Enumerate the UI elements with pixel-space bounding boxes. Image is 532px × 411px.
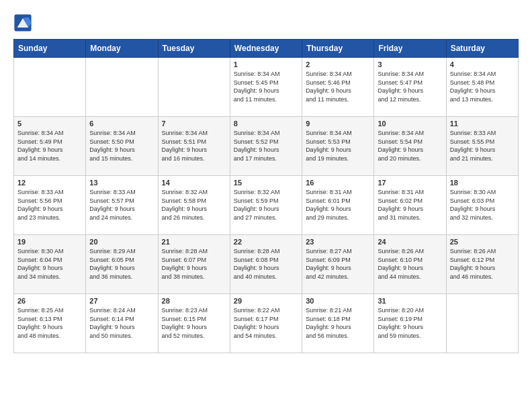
- calendar-cell: 24Sunrise: 8:26 AM Sunset: 6:10 PM Dayli…: [374, 235, 446, 294]
- calendar-cell: 5Sunrise: 8:34 AM Sunset: 5:49 PM Daylig…: [14, 117, 86, 176]
- day-info: Sunrise: 8:28 AM Sunset: 6:08 PM Dayligh…: [234, 247, 298, 281]
- day-info: Sunrise: 8:30 AM Sunset: 6:03 PM Dayligh…: [450, 188, 515, 222]
- day-info: Sunrise: 8:34 AM Sunset: 5:50 PM Dayligh…: [89, 129, 154, 163]
- weekday-header-tuesday: Tuesday: [158, 40, 230, 58]
- week-row-1: 1Sunrise: 8:34 AM Sunset: 5:45 PM Daylig…: [14, 58, 519, 117]
- day-number: 21: [162, 238, 226, 246]
- calendar-cell: 17Sunrise: 8:31 AM Sunset: 6:02 PM Dayli…: [374, 176, 446, 235]
- day-info: Sunrise: 8:34 AM Sunset: 5:46 PM Dayligh…: [306, 70, 370, 103]
- calendar-cell: [14, 58, 86, 117]
- day-number: 1: [234, 60, 298, 68]
- calendar-cell: 3Sunrise: 8:34 AM Sunset: 5:47 PM Daylig…: [374, 58, 446, 117]
- day-info: Sunrise: 8:33 AM Sunset: 5:56 PM Dayligh…: [17, 188, 82, 222]
- day-info: Sunrise: 8:21 AM Sunset: 6:18 PM Dayligh…: [306, 306, 370, 340]
- calendar-cell: [86, 58, 158, 117]
- day-number: 9: [306, 120, 370, 128]
- calendar-cell: 16Sunrise: 8:31 AM Sunset: 6:01 PM Dayli…: [302, 176, 374, 235]
- day-info: Sunrise: 8:34 AM Sunset: 5:51 PM Dayligh…: [162, 129, 226, 163]
- day-info: Sunrise: 8:26 AM Sunset: 6:12 PM Dayligh…: [450, 247, 515, 281]
- weekday-header-saturday: Saturday: [446, 40, 518, 58]
- week-row-3: 12Sunrise: 8:33 AM Sunset: 5:56 PM Dayli…: [14, 176, 519, 235]
- day-info: Sunrise: 8:34 AM Sunset: 5:52 PM Dayligh…: [234, 129, 298, 163]
- calendar-cell: 22Sunrise: 8:28 AM Sunset: 6:08 PM Dayli…: [230, 235, 302, 294]
- day-number: 7: [162, 120, 226, 128]
- weekday-header-sunday: Sunday: [14, 40, 86, 58]
- logo-icon: [13, 13, 32, 32]
- calendar-cell: 28Sunrise: 8:23 AM Sunset: 6:15 PM Dayli…: [158, 294, 230, 353]
- day-info: Sunrise: 8:24 AM Sunset: 6:14 PM Dayligh…: [89, 306, 154, 340]
- day-number: 13: [89, 179, 154, 187]
- day-info: Sunrise: 8:34 AM Sunset: 5:49 PM Dayligh…: [17, 129, 82, 163]
- calendar-cell: 11Sunrise: 8:33 AM Sunset: 5:55 PM Dayli…: [446, 117, 518, 176]
- day-number: 30: [306, 297, 370, 305]
- day-number: 22: [234, 238, 298, 246]
- day-number: 24: [378, 238, 442, 246]
- calendar-cell: 26Sunrise: 8:25 AM Sunset: 6:13 PM Dayli…: [14, 294, 86, 353]
- day-number: 3: [378, 60, 442, 68]
- calendar-cell: 4Sunrise: 8:34 AM Sunset: 5:48 PM Daylig…: [446, 58, 518, 117]
- calendar-cell: 31Sunrise: 8:20 AM Sunset: 6:19 PM Dayli…: [374, 294, 446, 353]
- calendar-cell: 13Sunrise: 8:33 AM Sunset: 5:57 PM Dayli…: [86, 176, 158, 235]
- day-number: 5: [17, 120, 82, 128]
- day-number: 28: [162, 297, 226, 305]
- week-row-5: 26Sunrise: 8:25 AM Sunset: 6:13 PM Dayli…: [14, 294, 519, 353]
- day-info: Sunrise: 8:27 AM Sunset: 6:09 PM Dayligh…: [306, 247, 370, 281]
- week-row-4: 19Sunrise: 8:30 AM Sunset: 6:04 PM Dayli…: [14, 235, 519, 294]
- day-info: Sunrise: 8:26 AM Sunset: 6:10 PM Dayligh…: [378, 247, 442, 281]
- day-number: 26: [17, 297, 82, 305]
- calendar-cell: 6Sunrise: 8:34 AM Sunset: 5:50 PM Daylig…: [86, 117, 158, 176]
- header: [13, 13, 519, 32]
- day-number: 19: [17, 238, 82, 246]
- day-number: 25: [450, 238, 515, 246]
- calendar-cell: 12Sunrise: 8:33 AM Sunset: 5:56 PM Dayli…: [14, 176, 86, 235]
- weekday-header-friday: Friday: [374, 40, 446, 58]
- day-number: 4: [450, 60, 515, 68]
- day-number: 27: [89, 297, 154, 305]
- calendar-cell: 29Sunrise: 8:22 AM Sunset: 6:17 PM Dayli…: [230, 294, 302, 353]
- day-number: 31: [378, 297, 442, 305]
- calendar-cell: 1Sunrise: 8:34 AM Sunset: 5:45 PM Daylig…: [230, 58, 302, 117]
- day-info: Sunrise: 8:33 AM Sunset: 5:57 PM Dayligh…: [89, 188, 154, 222]
- calendar-cell: 20Sunrise: 8:29 AM Sunset: 6:05 PM Dayli…: [86, 235, 158, 294]
- calendar-cell: [446, 294, 518, 353]
- day-info: Sunrise: 8:25 AM Sunset: 6:13 PM Dayligh…: [17, 306, 82, 340]
- page: SundayMondayTuesdayWednesdayThursdayFrid…: [0, 0, 532, 360]
- day-info: Sunrise: 8:22 AM Sunset: 6:17 PM Dayligh…: [234, 306, 298, 340]
- day-number: 16: [306, 179, 370, 187]
- day-info: Sunrise: 8:33 AM Sunset: 5:55 PM Dayligh…: [450, 129, 515, 163]
- day-number: 29: [234, 297, 298, 305]
- day-number: 6: [89, 120, 154, 128]
- day-number: 11: [450, 120, 515, 128]
- calendar-cell: 8Sunrise: 8:34 AM Sunset: 5:52 PM Daylig…: [230, 117, 302, 176]
- day-number: 8: [234, 120, 298, 128]
- calendar-cell: 14Sunrise: 8:32 AM Sunset: 5:58 PM Dayli…: [158, 176, 230, 235]
- calendar-cell: 7Sunrise: 8:34 AM Sunset: 5:51 PM Daylig…: [158, 117, 230, 176]
- calendar-cell: 23Sunrise: 8:27 AM Sunset: 6:09 PM Dayli…: [302, 235, 374, 294]
- day-info: Sunrise: 8:34 AM Sunset: 5:48 PM Dayligh…: [450, 70, 515, 103]
- day-info: Sunrise: 8:34 AM Sunset: 5:54 PM Dayligh…: [378, 129, 442, 163]
- day-info: Sunrise: 8:23 AM Sunset: 6:15 PM Dayligh…: [162, 306, 226, 340]
- day-number: 20: [89, 238, 154, 246]
- calendar-cell: 30Sunrise: 8:21 AM Sunset: 6:18 PM Dayli…: [302, 294, 374, 353]
- calendar-cell: 15Sunrise: 8:32 AM Sunset: 5:59 PM Dayli…: [230, 176, 302, 235]
- day-info: Sunrise: 8:34 AM Sunset: 5:45 PM Dayligh…: [234, 70, 298, 103]
- calendar-cell: 2Sunrise: 8:34 AM Sunset: 5:46 PM Daylig…: [302, 58, 374, 117]
- day-info: Sunrise: 8:31 AM Sunset: 6:01 PM Dayligh…: [306, 188, 370, 222]
- weekday-header-thursday: Thursday: [302, 40, 374, 58]
- calendar-cell: 19Sunrise: 8:30 AM Sunset: 6:04 PM Dayli…: [14, 235, 86, 294]
- day-number: 17: [378, 179, 442, 187]
- day-info: Sunrise: 8:34 AM Sunset: 5:53 PM Dayligh…: [306, 129, 370, 163]
- day-info: Sunrise: 8:32 AM Sunset: 5:58 PM Dayligh…: [162, 188, 226, 222]
- day-info: Sunrise: 8:28 AM Sunset: 6:07 PM Dayligh…: [162, 247, 226, 281]
- day-number: 15: [234, 179, 298, 187]
- calendar-cell: 27Sunrise: 8:24 AM Sunset: 6:14 PM Dayli…: [86, 294, 158, 353]
- weekday-header-row: SundayMondayTuesdayWednesdayThursdayFrid…: [14, 40, 519, 58]
- day-number: 2: [306, 60, 370, 68]
- week-row-2: 5Sunrise: 8:34 AM Sunset: 5:49 PM Daylig…: [14, 117, 519, 176]
- calendar-cell: 18Sunrise: 8:30 AM Sunset: 6:03 PM Dayli…: [446, 176, 518, 235]
- day-info: Sunrise: 8:34 AM Sunset: 5:47 PM Dayligh…: [378, 70, 442, 103]
- calendar-cell: 25Sunrise: 8:26 AM Sunset: 6:12 PM Dayli…: [446, 235, 518, 294]
- day-info: Sunrise: 8:32 AM Sunset: 5:59 PM Dayligh…: [234, 188, 298, 222]
- day-info: Sunrise: 8:31 AM Sunset: 6:02 PM Dayligh…: [378, 188, 442, 222]
- day-number: 12: [17, 179, 82, 187]
